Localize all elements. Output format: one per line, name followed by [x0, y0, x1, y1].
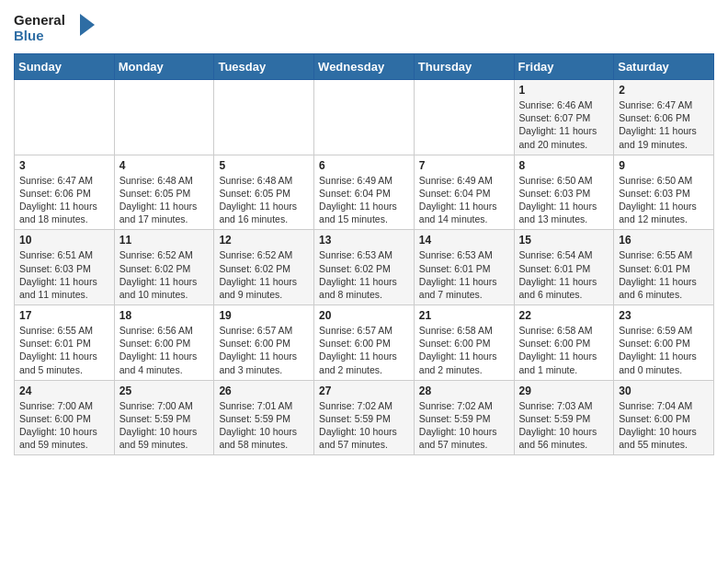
- day-number: 7: [419, 159, 509, 172]
- week-row-1: 3Sunrise: 6:47 AMSunset: 6:06 PMDaylight…: [15, 155, 714, 230]
- day-number: 16: [619, 234, 709, 247]
- week-row-4: 24Sunrise: 7:00 AMSunset: 6:00 PMDayligh…: [15, 380, 714, 455]
- day-cell: 19Sunrise: 6:57 AMSunset: 6:00 PMDayligh…: [214, 305, 314, 381]
- day-number: 15: [519, 234, 609, 247]
- day-info: Sunrise: 6:48 AMSunset: 6:05 PMDaylight:…: [219, 174, 309, 226]
- day-number: 6: [319, 159, 409, 172]
- day-cell: [414, 80, 514, 155]
- day-info: Sunrise: 6:48 AMSunset: 6:05 PMDaylight:…: [119, 174, 210, 226]
- day-cell: 23Sunrise: 6:59 AMSunset: 6:00 PMDayligh…: [614, 305, 714, 381]
- day-number: 26: [219, 385, 309, 397]
- day-cell: 9Sunrise: 6:50 AMSunset: 6:03 PMDaylight…: [614, 155, 714, 230]
- day-info: Sunrise: 7:01 AMSunset: 5:59 PMDaylight:…: [219, 399, 309, 452]
- day-number: 24: [19, 385, 109, 397]
- day-cell: 26Sunrise: 7:01 AMSunset: 5:59 PMDayligh…: [214, 380, 314, 455]
- day-info: Sunrise: 6:52 AMSunset: 6:02 PMDaylight:…: [219, 248, 309, 301]
- header: GeneralBlue: [14, 9, 714, 46]
- day-cell: 20Sunrise: 6:57 AMSunset: 6:00 PMDayligh…: [314, 305, 415, 381]
- day-cell: 7Sunrise: 6:49 AMSunset: 6:04 PMDaylight…: [414, 155, 514, 230]
- day-info: Sunrise: 6:47 AMSunset: 6:06 PMDaylight:…: [19, 174, 109, 226]
- day-number: 21: [419, 309, 509, 322]
- day-info: Sunrise: 6:58 AMSunset: 6:00 PMDaylight:…: [419, 324, 509, 376]
- day-cell: 15Sunrise: 6:54 AMSunset: 6:01 PMDayligh…: [514, 230, 614, 305]
- day-number: 11: [119, 234, 210, 247]
- logo: GeneralBlue: [14, 9, 97, 46]
- day-info: Sunrise: 6:55 AMSunset: 6:01 PMDaylight:…: [19, 324, 109, 376]
- day-cell: 18Sunrise: 6:56 AMSunset: 6:00 PMDayligh…: [114, 305, 214, 381]
- day-number: 13: [319, 234, 409, 247]
- day-number: 9: [619, 159, 709, 172]
- day-number: 30: [619, 385, 709, 397]
- day-cell: 22Sunrise: 6:58 AMSunset: 6:00 PMDayligh…: [514, 305, 614, 381]
- day-info: Sunrise: 6:58 AMSunset: 6:00 PMDaylight:…: [519, 324, 609, 376]
- day-info: Sunrise: 6:55 AMSunset: 6:01 PMDaylight:…: [619, 248, 709, 301]
- day-info: Sunrise: 6:49 AMSunset: 6:04 PMDaylight:…: [419, 174, 509, 226]
- day-info: Sunrise: 6:57 AMSunset: 6:00 PMDaylight:…: [319, 324, 409, 376]
- day-number: 18: [119, 309, 210, 322]
- day-info: Sunrise: 7:02 AMSunset: 5:59 PMDaylight:…: [319, 399, 409, 452]
- day-info: Sunrise: 6:50 AMSunset: 6:03 PMDaylight:…: [619, 174, 709, 226]
- day-info: Sunrise: 6:50 AMSunset: 6:03 PMDaylight:…: [519, 174, 609, 226]
- day-info: Sunrise: 6:54 AMSunset: 6:01 PMDaylight:…: [519, 248, 609, 301]
- weekday-header-row: SundayMondayTuesdayWednesdayThursdayFrid…: [15, 54, 714, 80]
- day-info: Sunrise: 6:53 AMSunset: 6:01 PMDaylight:…: [419, 248, 509, 301]
- svg-marker-2: [80, 14, 95, 36]
- day-cell: 29Sunrise: 7:03 AMSunset: 5:59 PMDayligh…: [514, 380, 614, 455]
- weekday-header-thursday: Thursday: [414, 54, 514, 80]
- day-cell: 24Sunrise: 7:00 AMSunset: 6:00 PMDayligh…: [15, 380, 115, 455]
- day-number: 1: [519, 84, 609, 97]
- day-info: Sunrise: 6:47 AMSunset: 6:06 PMDaylight:…: [619, 98, 709, 151]
- day-info: Sunrise: 6:52 AMSunset: 6:02 PMDaylight:…: [119, 248, 210, 301]
- weekday-header-monday: Monday: [114, 54, 214, 80]
- day-cell: 13Sunrise: 6:53 AMSunset: 6:02 PMDayligh…: [314, 230, 415, 305]
- day-cell: 6Sunrise: 6:49 AMSunset: 6:04 PMDaylight…: [314, 155, 415, 230]
- day-info: Sunrise: 6:56 AMSunset: 6:00 PMDaylight:…: [119, 324, 210, 376]
- page: GeneralBlue SundayMondayTuesdayWednesday…: [0, 0, 728, 469]
- day-number: 12: [219, 234, 309, 247]
- day-info: Sunrise: 7:02 AMSunset: 5:59 PMDaylight:…: [419, 399, 509, 452]
- day-number: 29: [519, 385, 609, 397]
- weekday-header-sunday: Sunday: [15, 54, 115, 80]
- day-info: Sunrise: 7:04 AMSunset: 6:00 PMDaylight:…: [619, 399, 709, 452]
- weekday-header-friday: Friday: [514, 54, 614, 80]
- day-number: 23: [619, 309, 709, 322]
- day-cell: 2Sunrise: 6:47 AMSunset: 6:06 PMDaylight…: [614, 80, 714, 155]
- day-cell: 3Sunrise: 6:47 AMSunset: 6:06 PMDaylight…: [15, 155, 115, 230]
- weekday-header-tuesday: Tuesday: [214, 54, 314, 80]
- day-cell: 27Sunrise: 7:02 AMSunset: 5:59 PMDayligh…: [314, 380, 415, 455]
- day-cell: 28Sunrise: 7:02 AMSunset: 5:59 PMDayligh…: [414, 380, 514, 455]
- day-cell: 5Sunrise: 6:48 AMSunset: 6:05 PMDaylight…: [214, 155, 314, 230]
- day-cell: 12Sunrise: 6:52 AMSunset: 6:02 PMDayligh…: [214, 230, 314, 305]
- day-number: 17: [19, 309, 109, 322]
- week-row-0: 1Sunrise: 6:46 AMSunset: 6:07 PMDaylight…: [15, 80, 714, 155]
- svg-text:Blue: Blue: [14, 28, 44, 43]
- day-number: 27: [319, 385, 409, 397]
- day-cell: 4Sunrise: 6:48 AMSunset: 6:05 PMDaylight…: [114, 155, 214, 230]
- day-number: 22: [519, 309, 609, 322]
- day-number: 8: [519, 159, 609, 172]
- day-cell: 30Sunrise: 7:04 AMSunset: 6:00 PMDayligh…: [614, 380, 714, 455]
- day-cell: 10Sunrise: 6:51 AMSunset: 6:03 PMDayligh…: [15, 230, 115, 305]
- day-number: 28: [419, 385, 509, 397]
- day-info: Sunrise: 6:59 AMSunset: 6:00 PMDaylight:…: [619, 324, 709, 376]
- day-number: 4: [119, 159, 210, 172]
- day-cell: 8Sunrise: 6:50 AMSunset: 6:03 PMDaylight…: [514, 155, 614, 230]
- day-cell: 11Sunrise: 6:52 AMSunset: 6:02 PMDayligh…: [114, 230, 214, 305]
- week-row-3: 17Sunrise: 6:55 AMSunset: 6:01 PMDayligh…: [15, 305, 714, 381]
- weekday-header-wednesday: Wednesday: [314, 54, 415, 80]
- day-cell: [214, 80, 314, 155]
- day-cell: [114, 80, 214, 155]
- day-info: Sunrise: 7:03 AMSunset: 5:59 PMDaylight:…: [519, 399, 609, 452]
- weekday-header-saturday: Saturday: [614, 54, 714, 80]
- day-cell: 16Sunrise: 6:55 AMSunset: 6:01 PMDayligh…: [614, 230, 714, 305]
- week-row-2: 10Sunrise: 6:51 AMSunset: 6:03 PMDayligh…: [15, 230, 714, 305]
- svg-text:General: General: [14, 12, 65, 28]
- day-info: Sunrise: 7:00 AMSunset: 5:59 PMDaylight:…: [119, 399, 210, 452]
- day-number: 19: [219, 309, 309, 322]
- day-info: Sunrise: 6:57 AMSunset: 6:00 PMDaylight:…: [219, 324, 309, 376]
- day-cell: [15, 80, 115, 155]
- day-number: 5: [219, 159, 309, 172]
- day-number: 25: [119, 385, 210, 397]
- day-number: 10: [19, 234, 109, 247]
- day-number: 3: [19, 159, 109, 172]
